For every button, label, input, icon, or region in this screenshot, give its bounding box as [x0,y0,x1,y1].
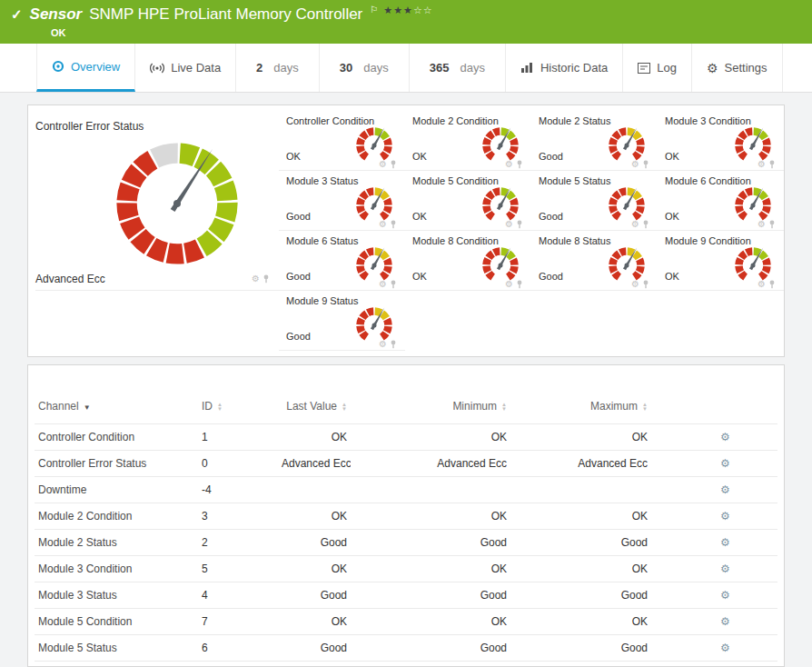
gauge-action-icons: ⚙ [505,280,523,289]
channel-settings-icon[interactable]: ⚙ [720,457,730,470]
log-icon [638,63,650,74]
channel-id: 2 [198,530,278,556]
pin-icon[interactable] [390,280,397,289]
tab-number: 365 [430,61,450,75]
primary-gauge-value: Advanced Ecc [35,273,105,285]
channel-settings-icon[interactable]: ⚙ [720,562,730,575]
table-row: Downtime -4 ⚙ [35,477,777,503]
last-value: Good [278,582,351,609]
gauge-value: OK [412,151,427,162]
minimum-value: OK [351,556,510,582]
gauge-value: Good [286,211,311,222]
gear-icon[interactable]: ⚙ [631,220,639,229]
gauge-value: OK [412,211,427,222]
column-header-actions [651,394,777,424]
gear-icon[interactable]: ⚙ [758,220,766,229]
channel-name: Controller Condition [35,424,198,451]
tab-label: Historic Data [540,61,608,75]
tab-365-days[interactable]: 365 days [410,44,506,92]
star-filled-icon: ★ [393,5,403,16]
tab-historic-data[interactable]: Historic Data [506,44,623,92]
sort-icon [217,403,223,412]
pin-icon[interactable] [262,274,270,284]
channel-settings-icon[interactable]: ⚙ [720,483,730,496]
gauge-value: Good [539,151,563,162]
channel-gauge-cell: Module 8 Status Good ⚙ [531,231,658,291]
pin-icon[interactable] [642,160,649,169]
channel-settings-icon[interactable]: ⚙ [720,536,730,549]
gear-icon[interactable]: ⚙ [631,280,639,289]
pin-icon[interactable] [390,160,397,169]
gauge-action-icons: ⚙ [758,280,776,289]
column-header-id[interactable]: ID [198,394,278,424]
column-header-maximum[interactable]: Maximum [510,394,651,424]
channel-settings-icon[interactable]: ⚙ [720,615,730,628]
column-header-minimum[interactable]: Minimum [351,394,510,424]
tab-live-data[interactable]: Live Data [135,44,236,92]
gear-icon[interactable]: ⚙ [631,160,639,169]
column-header-channel[interactable]: Channel [35,394,198,424]
pin-icon[interactable] [516,280,523,289]
channel-id: 4 [198,582,278,609]
pin-icon[interactable] [516,220,523,229]
tab-30-days[interactable]: 30 days [320,44,410,92]
tab-2-days[interactable]: 2 days [236,44,320,92]
gauge-action-icons: ⚙ [252,274,270,284]
gauge-value: Good [539,211,563,222]
pin-icon[interactable] [642,280,649,289]
gear-icon[interactable]: ⚙ [252,274,260,284]
column-label: Last Value [286,400,337,413]
tab-settings[interactable]: ⚙ Settings [692,44,783,92]
gear-icon[interactable]: ⚙ [758,280,766,289]
controller-error-status-gauge [108,134,246,273]
primary-gauge-value-line: Advanced Ecc ⚙ [35,273,270,285]
channel-settings-icon[interactable]: ⚙ [720,510,730,523]
gear-icon[interactable]: ⚙ [379,280,387,289]
pin-icon[interactable] [642,220,649,229]
table-row: Controller Error Status 0 Advanced Ecc A… [35,451,777,477]
tab-label: Live Data [171,61,221,75]
channel-settings-icon[interactable]: ⚙ [720,642,730,654]
pin-icon[interactable] [768,220,776,229]
channel-gauge-cell: Controller Condition OK ⚙ [279,111,405,171]
sensor-header: ✓ Sensor SNMP HPE ProLiant Memory Contro… [0,0,812,44]
channel-id: 9 [198,662,278,667]
gear-icon[interactable]: ⚙ [379,160,387,169]
tab-log[interactable]: Log [623,44,692,92]
gauge-action-icons: ⚙ [505,220,523,229]
settings-gear-icon: ⚙ [707,62,718,75]
maximum-value: Good [510,635,651,662]
column-header-last-value[interactable]: Last Value [278,394,351,424]
gear-icon[interactable]: ⚙ [505,220,513,229]
channel-settings-icon[interactable]: ⚙ [720,589,730,602]
tab-number: 2 [256,61,262,75]
table-row: Module 2 Status 2 Good Good Good ⚙ [35,530,777,556]
column-label: Maximum [590,400,638,413]
channel-gauge-cell: Module 3 Status Good ⚙ [279,171,405,231]
last-value: OK [278,662,351,667]
pin-icon[interactable] [768,160,776,169]
pin-icon[interactable] [768,280,776,289]
sort-icon [642,403,648,412]
channel-settings-icon[interactable]: ⚙ [720,431,730,443]
live-data-icon [150,62,164,75]
gear-icon[interactable]: ⚙ [505,280,513,289]
channel-table: Channel ID Last Value Minimum Maximum [35,394,777,667]
gear-icon[interactable]: ⚙ [379,340,387,349]
gear-icon[interactable]: ⚙ [379,220,387,229]
minimum-value: Good [351,530,510,556]
historic-data-icon [520,62,534,74]
gear-icon[interactable]: ⚙ [505,160,513,169]
gear-icon[interactable]: ⚙ [758,160,766,169]
sort-icon [342,403,347,412]
pin-icon[interactable] [390,340,397,349]
flag-icon[interactable]: ⚐ [370,5,378,15]
channel-gauge-cell: Module 3 Condition OK ⚙ [658,111,784,171]
pin-icon[interactable] [390,220,397,229]
star-rating[interactable]: ★★★☆☆ [383,5,432,16]
pin-icon[interactable] [516,160,523,169]
gauge-value: OK [665,271,679,282]
channel-gauge-cell: Module 5 Condition OK ⚙ [405,171,531,231]
channel-gauge-grid: Controller Condition OK ⚙ Module 2 Condi… [279,111,784,351]
tab-overview[interactable]: Overview [36,44,135,92]
